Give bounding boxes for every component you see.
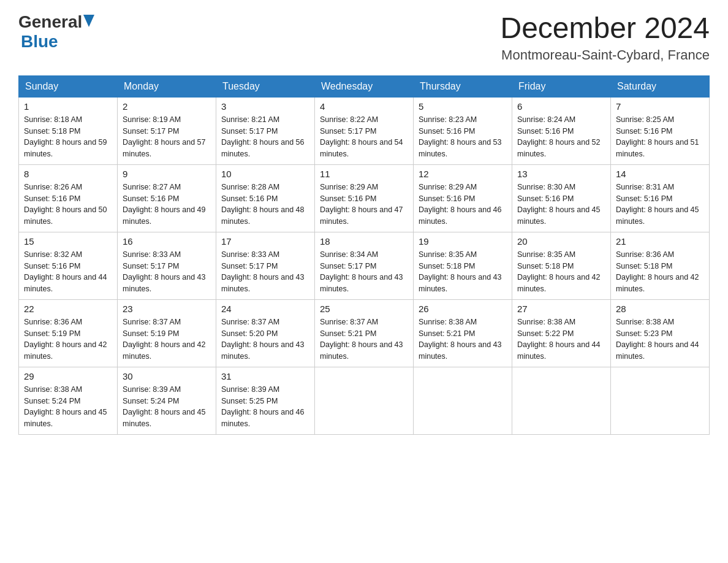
day-info: Sunrise: 8:27 AMSunset: 5:16 PMDaylight:… [123, 183, 206, 226]
day-number: 24 [221, 304, 309, 314]
day-number: 23 [123, 304, 211, 314]
day-info: Sunrise: 8:38 AMSunset: 5:24 PMDaylight:… [24, 385, 107, 428]
calendar-cell: 17 Sunrise: 8:33 AMSunset: 5:17 PMDaylig… [216, 232, 315, 299]
calendar-cell: 25 Sunrise: 8:37 AMSunset: 5:21 PMDaylig… [315, 299, 414, 367]
day-info: Sunrise: 8:28 AMSunset: 5:16 PMDaylight:… [221, 183, 305, 226]
location-subtitle: Montmoreau-Saint-Cybard, France [500, 47, 710, 63]
calendar-cell: 8 Sunrise: 8:26 AMSunset: 5:16 PMDayligh… [19, 164, 118, 232]
day-number: 22 [24, 304, 112, 314]
weekday-header-friday: Friday [512, 75, 611, 97]
day-info: Sunrise: 8:23 AMSunset: 5:16 PMDaylight:… [419, 115, 502, 158]
weekday-header-row: SundayMondayTuesdayWednesdayThursdayFrid… [19, 75, 710, 97]
weekday-header-tuesday: Tuesday [216, 75, 315, 97]
day-number: 21 [616, 236, 704, 247]
calendar-cell: 3 Sunrise: 8:21 AMSunset: 5:17 PMDayligh… [216, 97, 315, 164]
calendar-week-row: 8 Sunrise: 8:26 AMSunset: 5:16 PMDayligh… [19, 164, 710, 232]
calendar-cell [315, 367, 414, 434]
calendar-week-row: 29 Sunrise: 8:38 AMSunset: 5:24 PMDaylig… [19, 367, 710, 434]
day-number: 7 [616, 101, 704, 112]
day-number: 2 [123, 101, 211, 112]
day-info: Sunrise: 8:36 AMSunset: 5:18 PMDaylight:… [616, 250, 699, 293]
calendar-cell: 23 Sunrise: 8:37 AMSunset: 5:19 PMDaylig… [118, 299, 216, 367]
day-number: 18 [320, 236, 408, 247]
day-number: 1 [24, 101, 112, 112]
day-info: Sunrise: 8:37 AMSunset: 5:21 PMDaylight:… [320, 318, 403, 361]
page-header: General Blue December 2024 Montmoreau-Sa… [18, 12, 710, 63]
calendar-cell: 4 Sunrise: 8:22 AMSunset: 5:17 PMDayligh… [315, 97, 414, 164]
day-info: Sunrise: 8:18 AMSunset: 5:18 PMDaylight:… [24, 115, 107, 158]
day-number: 15 [24, 236, 112, 247]
weekday-header-monday: Monday [118, 75, 216, 97]
title-block: December 2024 Montmoreau-Saint-Cybard, F… [500, 12, 710, 63]
calendar-cell: 26 Sunrise: 8:38 AMSunset: 5:21 PMDaylig… [414, 299, 512, 367]
day-info: Sunrise: 8:37 AMSunset: 5:19 PMDaylight:… [123, 318, 206, 361]
calendar-cell: 5 Sunrise: 8:23 AMSunset: 5:16 PMDayligh… [414, 97, 512, 164]
day-number: 30 [123, 371, 211, 381]
calendar-cell: 11 Sunrise: 8:29 AMSunset: 5:16 PMDaylig… [315, 164, 414, 232]
calendar-table: SundayMondayTuesdayWednesdayThursdayFrid… [18, 75, 710, 435]
calendar-cell: 19 Sunrise: 8:35 AMSunset: 5:18 PMDaylig… [414, 232, 512, 299]
day-number: 6 [517, 101, 605, 112]
day-info: Sunrise: 8:19 AMSunset: 5:17 PMDaylight:… [123, 115, 206, 158]
month-title: December 2024 [500, 12, 710, 45]
calendar-cell [611, 367, 710, 434]
svg-marker-0 [83, 15, 94, 27]
day-info: Sunrise: 8:39 AMSunset: 5:24 PMDaylight:… [123, 385, 206, 428]
calendar-cell [512, 367, 611, 434]
day-info: Sunrise: 8:32 AMSunset: 5:16 PMDaylight:… [24, 250, 107, 293]
calendar-cell: 29 Sunrise: 8:38 AMSunset: 5:24 PMDaylig… [19, 367, 118, 434]
day-number: 20 [517, 236, 605, 247]
day-info: Sunrise: 8:35 AMSunset: 5:18 PMDaylight:… [517, 250, 601, 293]
logo-blue-text: Blue [21, 32, 58, 52]
calendar-cell: 20 Sunrise: 8:35 AMSunset: 5:18 PMDaylig… [512, 232, 611, 299]
weekday-header-sunday: Sunday [19, 75, 118, 97]
day-number: 28 [616, 304, 704, 314]
day-info: Sunrise: 8:39 AMSunset: 5:25 PMDaylight:… [221, 385, 305, 428]
day-info: Sunrise: 8:38 AMSunset: 5:21 PMDaylight:… [419, 318, 502, 361]
calendar-week-row: 22 Sunrise: 8:36 AMSunset: 5:19 PMDaylig… [19, 299, 710, 367]
day-number: 12 [419, 169, 507, 179]
logo-general-text: General [18, 12, 82, 32]
calendar-cell: 21 Sunrise: 8:36 AMSunset: 5:18 PMDaylig… [611, 232, 710, 299]
calendar-cell: 1 Sunrise: 8:18 AMSunset: 5:18 PMDayligh… [19, 97, 118, 164]
calendar-cell: 28 Sunrise: 8:38 AMSunset: 5:23 PMDaylig… [611, 299, 710, 367]
day-info: Sunrise: 8:38 AMSunset: 5:23 PMDaylight:… [616, 318, 699, 361]
day-number: 16 [123, 236, 211, 247]
calendar-week-row: 15 Sunrise: 8:32 AMSunset: 5:16 PMDaylig… [19, 232, 710, 299]
day-number: 26 [419, 304, 507, 314]
day-info: Sunrise: 8:37 AMSunset: 5:20 PMDaylight:… [221, 318, 305, 361]
day-info: Sunrise: 8:30 AMSunset: 5:16 PMDaylight:… [517, 183, 601, 226]
day-number: 19 [419, 236, 507, 247]
calendar-cell: 30 Sunrise: 8:39 AMSunset: 5:24 PMDaylig… [118, 367, 216, 434]
day-info: Sunrise: 8:38 AMSunset: 5:22 PMDaylight:… [517, 318, 601, 361]
calendar-cell: 27 Sunrise: 8:38 AMSunset: 5:22 PMDaylig… [512, 299, 611, 367]
day-info: Sunrise: 8:29 AMSunset: 5:16 PMDaylight:… [419, 183, 502, 226]
calendar-cell: 10 Sunrise: 8:28 AMSunset: 5:16 PMDaylig… [216, 164, 315, 232]
day-number: 8 [24, 169, 112, 179]
day-info: Sunrise: 8:36 AMSunset: 5:19 PMDaylight:… [24, 318, 107, 361]
day-number: 9 [123, 169, 211, 179]
calendar-cell: 16 Sunrise: 8:33 AMSunset: 5:17 PMDaylig… [118, 232, 216, 299]
day-number: 13 [517, 169, 605, 179]
day-number: 27 [517, 304, 605, 314]
weekday-header-wednesday: Wednesday [315, 75, 414, 97]
calendar-cell: 31 Sunrise: 8:39 AMSunset: 5:25 PMDaylig… [216, 367, 315, 434]
day-number: 14 [616, 169, 704, 179]
day-number: 25 [320, 304, 408, 314]
calendar-cell: 24 Sunrise: 8:37 AMSunset: 5:20 PMDaylig… [216, 299, 315, 367]
day-info: Sunrise: 8:25 AMSunset: 5:16 PMDaylight:… [616, 115, 699, 158]
day-number: 17 [221, 236, 309, 247]
calendar-cell: 13 Sunrise: 8:30 AMSunset: 5:16 PMDaylig… [512, 164, 611, 232]
day-info: Sunrise: 8:33 AMSunset: 5:17 PMDaylight:… [221, 250, 305, 293]
weekday-header-thursday: Thursday [414, 75, 512, 97]
calendar-cell: 9 Sunrise: 8:27 AMSunset: 5:16 PMDayligh… [118, 164, 216, 232]
day-info: Sunrise: 8:35 AMSunset: 5:18 PMDaylight:… [419, 250, 502, 293]
logo: General Blue [18, 12, 94, 52]
day-info: Sunrise: 8:31 AMSunset: 5:16 PMDaylight:… [616, 183, 699, 226]
calendar-cell: 14 Sunrise: 8:31 AMSunset: 5:16 PMDaylig… [611, 164, 710, 232]
calendar-week-row: 1 Sunrise: 8:18 AMSunset: 5:18 PMDayligh… [19, 97, 710, 164]
calendar-cell: 18 Sunrise: 8:34 AMSunset: 5:17 PMDaylig… [315, 232, 414, 299]
day-number: 29 [24, 371, 112, 381]
day-info: Sunrise: 8:29 AMSunset: 5:16 PMDaylight:… [320, 183, 403, 226]
day-info: Sunrise: 8:34 AMSunset: 5:17 PMDaylight:… [320, 250, 403, 293]
